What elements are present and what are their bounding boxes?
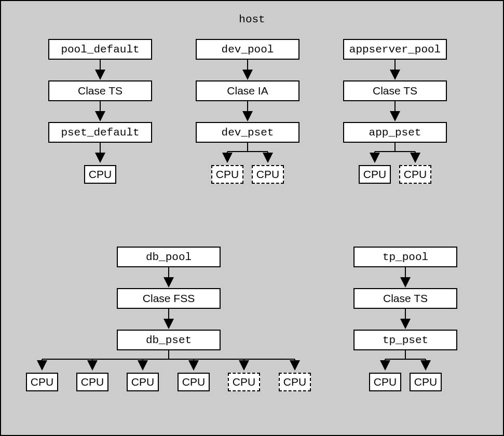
cpu-box: CPU <box>127 373 159 391</box>
pool-name-box: dev_pool <box>196 39 299 60</box>
cpu-box: CPU <box>26 373 58 391</box>
pool-name-box: db_pool <box>117 247 221 267</box>
pset-box: db_pset <box>117 330 221 350</box>
pset-box: app_pset <box>343 122 447 143</box>
class-box: Clase TS <box>48 80 152 101</box>
pool-name-box: tp_pool <box>353 247 457 267</box>
pset-box: tp_pset <box>353 330 457 350</box>
class-box: Clase IA <box>196 80 299 101</box>
cpu-box: CPU <box>369 373 401 391</box>
cpu-box: CPU <box>359 165 391 184</box>
connector-layer <box>1 1 504 436</box>
diagram-canvas: host <box>0 0 504 436</box>
pool-name-box: appserver_pool <box>343 39 447 60</box>
class-box: Clase TS <box>353 288 457 309</box>
cpu-box: CPU <box>410 373 442 391</box>
cpu-box: CPU <box>252 165 284 184</box>
cpu-box: CPU <box>399 165 431 184</box>
cpu-box: CPU <box>228 373 260 391</box>
pset-box: pset_default <box>48 122 152 143</box>
cpu-box: CPU <box>178 373 210 391</box>
pset-box: dev_pset <box>196 122 299 143</box>
pool-name-box: pool_default <box>48 39 152 60</box>
cpu-box: CPU <box>84 165 116 184</box>
class-box: Clase TS <box>343 80 447 101</box>
cpu-box: CPU <box>279 373 311 391</box>
class-box: Clase FSS <box>117 288 221 309</box>
cpu-box: CPU <box>76 373 108 391</box>
cpu-box: CPU <box>211 165 243 184</box>
